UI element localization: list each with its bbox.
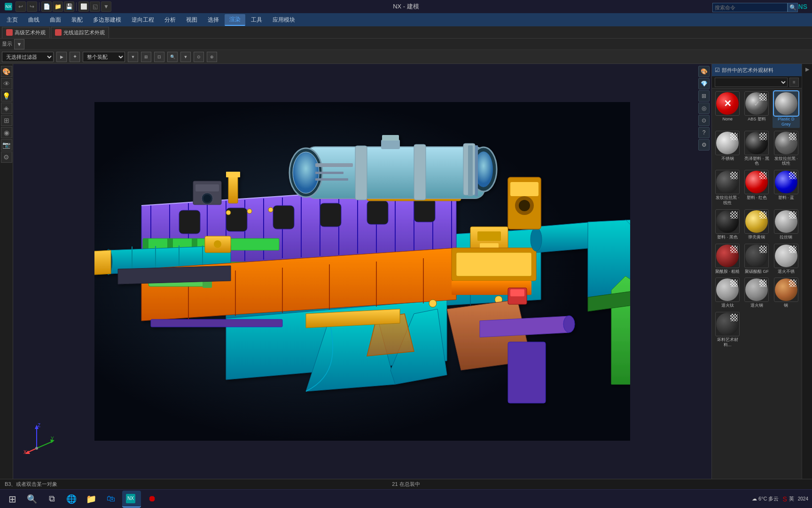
filter-icon[interactable]: ▶ — [56, 52, 67, 62]
material-more[interactable]: 坏料艺术材料... — [714, 311, 741, 349]
left-tool-light[interactable]: 💡 — [1, 90, 12, 102]
material-plastic-grey[interactable]: Plastic DGrey — [773, 90, 800, 128]
material-none[interactable]: ✕ None — [714, 90, 741, 128]
window-btn[interactable]: ⬜ — [78, 1, 89, 12]
annealed-titanium-sphere — [716, 278, 739, 301]
material-annealed-steel[interactable]: 退火钢 — [743, 277, 770, 309]
assembly-dropdown[interactable]: 整个装配 — [83, 52, 125, 62]
material-filter-select[interactable] — [715, 78, 788, 87]
material-polyamide-rough[interactable]: 聚酰胺 · 粗糙 — [714, 243, 741, 275]
view-icon1[interactable]: 🔍 — [167, 52, 178, 62]
view-icon4[interactable]: ⊕ — [207, 52, 217, 62]
vp-grid-btn[interactable]: ⊞ — [698, 90, 710, 102]
left-tool-settings[interactable]: ⚙ — [1, 151, 12, 163]
separator — [39, 2, 39, 11]
select-tool[interactable]: ✦ — [70, 52, 80, 62]
material-polyamide-gf[interactable]: 聚碳酸酯 GF — [743, 243, 770, 275]
taskbar-search[interactable]: 🔍 — [23, 491, 40, 508]
material-brushed-black[interactable]: 发纹拉丝黑 · 线性 — [714, 169, 741, 206]
menu-render[interactable]: 渲染 — [225, 14, 245, 26]
material-glossy-black[interactable]: 亮泽塑料 · 黑色 — [743, 130, 770, 167]
taskbar-taskview[interactable]: ⧉ — [43, 491, 60, 508]
status-count: 21 在总装中 — [275, 481, 537, 488]
vp-quality-btn[interactable]: 💎 — [698, 78, 710, 89]
menu-tools[interactable]: 工具 — [246, 15, 267, 25]
brushed-black-sphere — [716, 171, 739, 193]
start-button[interactable]: ⊞ — [4, 491, 21, 508]
material-fiber[interactable]: 发纹拉丝黑 · 线性 — [773, 130, 800, 167]
material-copper[interactable]: 钢 — [773, 277, 800, 309]
redo-button[interactable]: ↪ — [27, 1, 37, 12]
layout-btn[interactable]: ◱ — [90, 1, 100, 12]
material-thumb-brushed-black — [715, 170, 740, 194]
menu-assembly[interactable]: 装配 — [67, 15, 87, 25]
svg-point-62 — [563, 316, 575, 333]
material-thumb-blue-plastic — [774, 170, 798, 194]
menu-reverse[interactable]: 逆向工程 — [127, 15, 159, 25]
left-tool-cam[interactable]: 📷 — [1, 139, 12, 151]
material-annealed-titanium[interactable]: 退火钛 — [714, 277, 741, 309]
menu-home[interactable]: 主页 — [2, 15, 23, 25]
taskbar-tray[interactable]: S 英 — [782, 495, 794, 503]
display-toggle[interactable]: ▼ — [14, 39, 24, 49]
menu-polygon[interactable]: 多边形建模 — [88, 15, 126, 25]
taskbar-store[interactable]: 🛍 — [102, 491, 119, 508]
menu-view[interactable]: 视图 — [181, 15, 202, 25]
material-thumb-plastic-grey — [774, 91, 798, 116]
left-tool-view[interactable]: 👁 — [1, 78, 12, 89]
tab-raytracing[interactable]: 光线追踪艺术外观 — [51, 27, 109, 38]
search-input[interactable] — [712, 3, 788, 12]
material-abs[interactable]: ABS 塑料 — [743, 90, 770, 128]
undo-button[interactable]: ↩ — [16, 1, 26, 12]
taskbar-explorer[interactable]: 📁 — [83, 491, 100, 508]
material-stainless[interactable]: 不锈钢 — [714, 130, 741, 167]
snap-icon2[interactable]: ⊡ — [154, 52, 164, 62]
snap-btn[interactable]: ▼ — [101, 1, 111, 12]
vp-section-btn[interactable]: ⊙ — [698, 115, 710, 126]
material-brushed-steel[interactable]: 拉丝钢 — [773, 208, 800, 241]
view-icon2[interactable]: ▼ — [180, 52, 191, 62]
taskbar-obs[interactable]: ⏺ — [144, 491, 161, 508]
viewport[interactable]: 🎨 💎 ⊞ ◎ ⊙ ? ⚙ Z Y X — [13, 64, 711, 479]
left-tool-scene[interactable]: ◉ — [1, 127, 12, 138]
assembly-icon[interactable]: ▼ — [128, 52, 138, 62]
new-button[interactable]: 📄 — [41, 1, 52, 12]
plastic-grey-sphere — [775, 92, 797, 115]
vp-help-btn[interactable]: ? — [698, 127, 710, 138]
siemens-icon: S — [782, 495, 787, 503]
menu-curves[interactable]: 曲线 — [23, 15, 44, 25]
left-tool-grid[interactable]: ⊞ — [1, 115, 12, 126]
menu-select[interactable]: 选择 — [203, 15, 224, 25]
material-red-plastic[interactable]: 塑料 · 红色 — [743, 169, 770, 206]
status-instruction: B3、或者双击某一对象 — [5, 481, 266, 488]
left-tool-material[interactable]: ◈ — [1, 103, 12, 114]
material-black-plastic[interactable]: 塑料 · 黑色 — [714, 208, 741, 241]
left-tool-render[interactable]: 🎨 — [1, 66, 12, 77]
save-button[interactable]: 💾 — [64, 1, 74, 12]
vp-orient-btn[interactable]: ◎ — [698, 103, 710, 114]
open-button[interactable]: 📁 — [53, 1, 63, 12]
statusbar: B3、或者双击某一对象 21 在总装中 — [0, 479, 812, 489]
axis-indicator: Z Y X — [23, 422, 55, 455]
menu-analysis[interactable]: 分析 — [160, 15, 180, 25]
material-brass[interactable]: 弹壳黄铜 — [743, 208, 770, 241]
svg-rect-51 — [228, 175, 238, 203]
menu-apps[interactable]: 应用模块 — [268, 15, 300, 25]
search-button[interactable]: 🔍 — [788, 3, 798, 12]
red-plastic-sphere — [745, 171, 768, 193]
panel-checkbox[interactable]: ☑ — [715, 67, 720, 73]
taskbar-nx-app[interactable]: NX — [122, 491, 141, 508]
menu-surface[interactable]: 曲面 — [45, 15, 66, 25]
taskbar-edge[interactable]: 🌐 — [63, 491, 80, 508]
panel-expand-btn[interactable]: ≡ — [789, 78, 799, 87]
filter-dropdown[interactable]: 无选择过滤器 — [2, 52, 54, 62]
ext-icon-1[interactable]: ▶ — [803, 65, 812, 73]
vp-settings-btn[interactable]: ⚙ — [698, 139, 710, 151]
view-icon3[interactable]: ⊙ — [194, 52, 204, 62]
snap-icon1[interactable]: ⊞ — [141, 52, 151, 62]
material-blue-plastic[interactable]: 塑料 · 蓝 — [773, 169, 800, 206]
material-label-brushed-black: 发纹拉丝黑 · 线性 — [715, 195, 740, 206]
vp-render-btn[interactable]: 🎨 — [698, 66, 710, 77]
material-annealed-stainless[interactable]: 退火不锈 — [773, 243, 800, 275]
tab-advanced-art[interactable]: 高级艺术外观 — [2, 27, 50, 38]
